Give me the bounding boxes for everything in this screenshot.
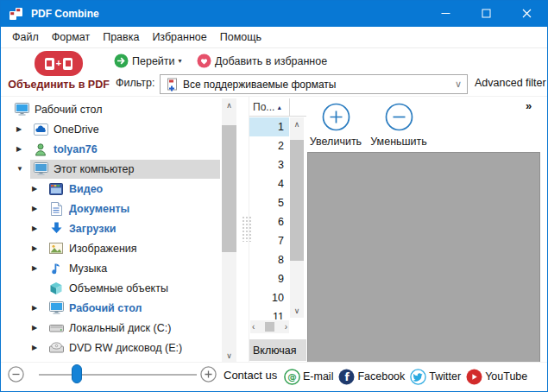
chevron-collapsed-icon[interactable]: ▶ — [32, 304, 46, 312]
filter-dropdown[interactable]: Все поддерживаемые форматы ∨ — [160, 74, 468, 94]
desktop-icon — [47, 301, 65, 314]
tree-scrollbar-thumb[interactable] — [222, 125, 236, 252]
order-row-3[interactable]: 3 — [249, 155, 289, 174]
footer-link-label: YouTube — [485, 370, 527, 383]
tree-item-content: tolyan76 — [30, 140, 220, 159]
pdf-page-icon — [45, 58, 54, 70]
file-list-panel: По... ▲ 1234567891011 ∧ ∨ ‹ › Включая — [249, 97, 306, 364]
include-subfolders-button[interactable]: Включая — [249, 339, 306, 361]
chevron-collapsed-icon[interactable]: ▶ — [16, 125, 30, 133]
order-column-header[interactable]: По... ▲ — [249, 98, 290, 117]
scroll-right-icon[interactable]: › — [285, 322, 287, 332]
advanced-filter-link[interactable]: Advanced filter — [475, 77, 546, 89]
menu-item-2[interactable]: Правка — [103, 31, 139, 43]
menu-item-0[interactable]: Файл — [12, 31, 39, 43]
chevron-collapsed-icon[interactable]: ▶ — [32, 344, 46, 351]
scroll-up-icon[interactable]: ∧ — [290, 117, 304, 131]
order-row-5[interactable]: 5 — [249, 193, 289, 212]
chevron-collapsed-icon[interactable]: ▶ — [32, 264, 46, 272]
tree-item-content: Изображения — [46, 239, 220, 258]
svg-text:f: f — [345, 371, 350, 383]
zoom-in-button[interactable]: Увеличить — [305, 103, 367, 148]
tree-item-12[interactable]: ▶DVD RW дисковод (E:) — [3, 338, 220, 357]
order-row-7[interactable]: 7 — [249, 231, 289, 250]
dvd-icon — [47, 342, 65, 354]
chevron-collapsed-icon[interactable]: ▶ — [32, 205, 46, 212]
scroll-down-icon[interactable]: ∨ — [222, 349, 236, 363]
horizontal-scrollbar-thumb[interactable] — [265, 322, 274, 332]
contact-us-link[interactable]: Contact us — [224, 369, 277, 382]
tree-item-5[interactable]: ▶Документы — [3, 199, 220, 218]
tree-item-label: tolyan76 — [54, 143, 98, 155]
slider-zoom-out-icon[interactable] — [8, 366, 24, 383]
tree-item-2[interactable]: ▶tolyan76 — [3, 139, 220, 159]
tree-item-content: Объемные объекты — [46, 279, 220, 298]
order-row-1[interactable]: 1 — [249, 117, 289, 136]
tree-item-label: Видео — [69, 183, 103, 195]
go-button[interactable]: Перейти ▾ — [114, 54, 182, 68]
more-tools-button[interactable]: » — [526, 99, 531, 112]
combine-to-pdf-button[interactable]: + Объединить в PDF — [6, 51, 111, 91]
tree-item-11[interactable]: ▶Локальный диск (C:) — [3, 318, 220, 338]
scroll-down-icon[interactable]: ∨ — [290, 304, 304, 318]
tree-item-10[interactable]: ▶Рабочий стол — [3, 298, 220, 318]
zoom-out-button[interactable]: Уменьшить — [368, 103, 430, 148]
chevron-collapsed-icon[interactable]: ▶ — [32, 324, 46, 332]
disk-icon — [47, 323, 65, 333]
tree-scrollbar[interactable]: ∧ ∨ — [222, 98, 236, 363]
tree-item-content: Локальный диск (C:) — [46, 319, 220, 338]
tree-item-9[interactable]: ▶Объемные объекты — [3, 278, 220, 298]
chevron-collapsed-icon[interactable]: ▶ — [32, 224, 46, 232]
order-row-8[interactable]: 8 — [249, 250, 289, 269]
tree-item-label: Музыка — [69, 262, 107, 275]
zoom-out-label: Уменьшить — [368, 136, 430, 148]
tree-item-8[interactable]: ▶Музыка — [3, 258, 220, 278]
footer-link-email[interactable]: @E-mail — [284, 369, 333, 385]
menu-item-1[interactable]: Формат — [52, 31, 90, 43]
order-row-10[interactable]: 10 — [249, 288, 289, 307]
tree-item-6[interactable]: ▶Загрузки — [3, 218, 220, 238]
order-number: 4 — [278, 178, 284, 190]
tree-item-7[interactable]: ▶Изображения — [3, 238, 220, 258]
footer-link-twitter[interactable]: Twitter — [410, 369, 461, 385]
tree-item-label: OneDrive — [54, 123, 99, 136]
chevron-collapsed-icon[interactable]: ▶ — [16, 145, 30, 153]
zoom-slider-thumb[interactable] — [72, 364, 82, 383]
sort-ascending-icon: ▲ — [276, 104, 282, 111]
list-scrollbar[interactable]: ∧ ∨ — [290, 117, 304, 318]
add-to-favorites-button[interactable]: Добавить в избранное — [197, 54, 327, 68]
tree-item-label: DVD RW дисковод (E:) — [69, 342, 182, 354]
order-row-9[interactable]: 9 — [249, 269, 289, 288]
order-number: 5 — [278, 197, 284, 209]
menu-item-4[interactable]: Помощь — [220, 31, 261, 43]
computer-icon — [32, 162, 49, 175]
scroll-up-icon[interactable]: ∧ — [222, 98, 236, 112]
list-horizontal-scrollbar[interactable]: ‹ › — [250, 320, 289, 333]
tree-item-1[interactable]: ▶OneDrive — [3, 119, 220, 139]
order-row-11[interactable]: 11 — [249, 307, 289, 319]
app-icon — [9, 7, 25, 22]
close-button[interactable] — [507, 1, 547, 27]
order-row-6[interactable]: 6 — [249, 212, 289, 231]
tree-item-4[interactable]: ▶Видео — [3, 179, 220, 199]
order-row-2[interactable]: 2 — [249, 136, 289, 155]
zoom-slider-track[interactable] — [39, 374, 197, 376]
chevron-collapsed-icon[interactable]: ▶ — [32, 244, 46, 252]
tree-item-13[interactable]: ▶Volume (F:) — [3, 357, 220, 361]
slider-zoom-in-icon[interactable] — [200, 366, 217, 383]
minimize-button[interactable] — [425, 1, 466, 27]
minimize-icon — [441, 6, 450, 22]
footer-link-youtube[interactable]: YouTube — [466, 369, 527, 385]
scroll-left-icon[interactable]: ‹ — [252, 322, 255, 332]
order-number: 3 — [278, 159, 284, 171]
tree-item-3[interactable]: ▼Этот компьютер — [3, 159, 220, 179]
tree-item-0[interactable]: ▶Рабочий стол — [3, 99, 220, 119]
menu-item-3[interactable]: Избранное — [152, 31, 206, 43]
chevron-collapsed-icon[interactable]: ▶ — [32, 185, 46, 193]
list-scrollbar-thumb[interactable] — [290, 140, 304, 261]
footer-link-facebook[interactable]: fFacebook — [338, 369, 405, 385]
maximize-button[interactable] — [466, 1, 507, 27]
chevron-expanded-icon[interactable]: ▼ — [16, 165, 30, 173]
facebook-icon: f — [338, 369, 355, 385]
order-row-4[interactable]: 4 — [249, 174, 289, 193]
